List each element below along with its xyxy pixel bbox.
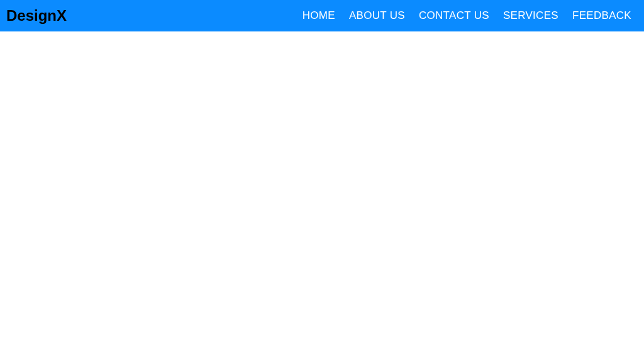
nav-services[interactable]: SERVICES — [503, 9, 558, 22]
nav-about-us[interactable]: ABOUT US — [349, 9, 405, 22]
nav-home[interactable]: HOME — [303, 9, 335, 22]
nav-contact-us[interactable]: CONTACT US — [419, 9, 489, 22]
nav-feedback[interactable]: FEEDBACK — [572, 9, 631, 22]
site-logo[interactable]: DesignX — [6, 7, 67, 25]
navbar: DesignX HOME ABOUT US CONTACT US SERVICE… — [0, 0, 644, 31]
nav-links: HOME ABOUT US CONTACT US SERVICES FEEDBA… — [303, 9, 631, 22]
